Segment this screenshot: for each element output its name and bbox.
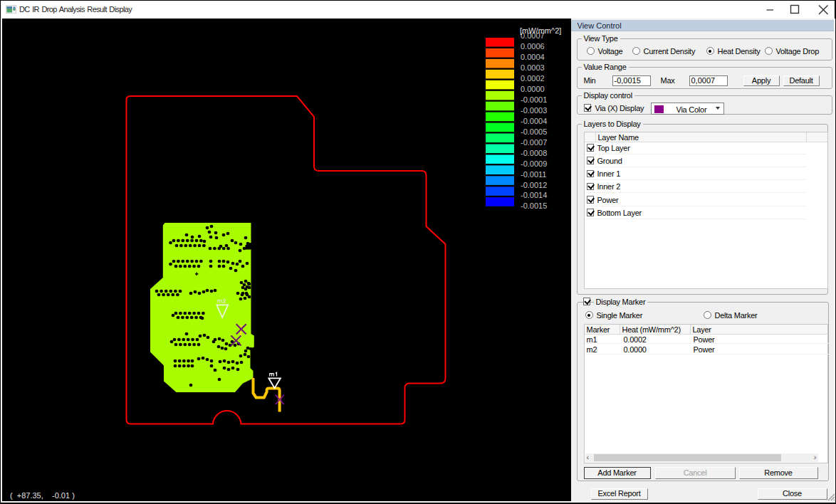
svg-text:0.0006: 0.0006 [521, 42, 545, 51]
svg-text:0.0000: 0.0000 [521, 85, 545, 93]
svg-text:0.0003: 0.0003 [521, 63, 545, 72]
svg-text:-0.0007: -0.0007 [521, 138, 547, 147]
svg-text:-0.0003: -0.0003 [521, 106, 547, 115]
svg-text:( +87.35, -0.01 ): ( +87.35, -0.01 ) [10, 491, 75, 500]
svg-text:0.0002: 0.0002 [521, 74, 545, 83]
svg-text:-0.0008: -0.0008 [521, 149, 547, 157]
svg-text:-0.0001: -0.0001 [521, 95, 547, 104]
svg-text:0.0004: 0.0004 [521, 53, 545, 61]
svg-text:[mW/mm^2]: [mW/mm^2] [520, 26, 561, 35]
svg-text:-0.0012: -0.0012 [521, 181, 547, 189]
svg-text:-0.0011: -0.0011 [521, 170, 547, 179]
svg-text:-0.0005: -0.0005 [521, 127, 547, 136]
svg-text:-0.0004: -0.0004 [521, 117, 547, 125]
svg-text:-0.0014: -0.0014 [521, 191, 547, 199]
svg-text:-0.0015: -0.0015 [521, 201, 547, 210]
svg-text:-0.0009: -0.0009 [521, 159, 547, 168]
